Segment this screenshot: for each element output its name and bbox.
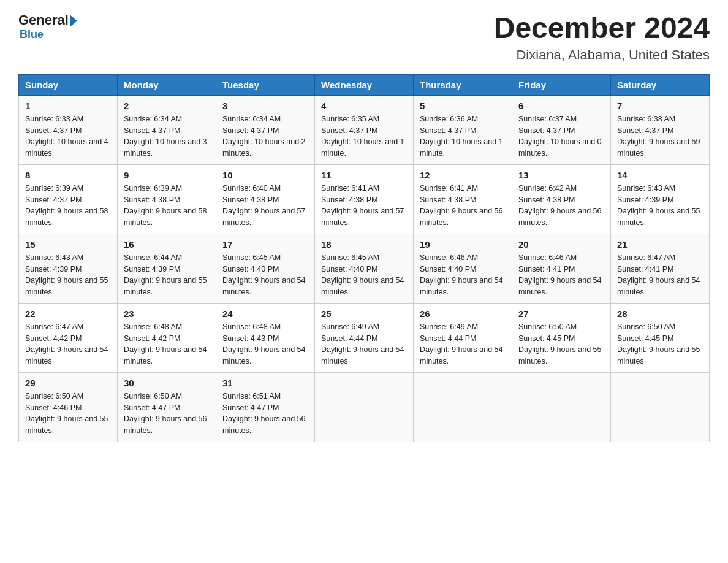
day-cell: 12Sunrise: 6:41 AMSunset: 4:38 PMDayligh… [414, 164, 512, 234]
day-number: 22 [25, 308, 111, 319]
day-number: 1 [25, 101, 111, 111]
day-number: 25 [321, 308, 407, 319]
day-number: 31 [222, 378, 308, 388]
day-cell: 11Sunrise: 6:41 AMSunset: 4:38 PMDayligh… [315, 164, 414, 234]
day-info: Sunrise: 6:36 AMSunset: 4:37 PMDaylight:… [420, 113, 506, 159]
day-cell: 6Sunrise: 6:37 AMSunset: 4:37 PMDaylight… [512, 95, 611, 164]
day-number: 7 [617, 101, 703, 111]
day-info: Sunrise: 6:44 AMSunset: 4:39 PMDaylight:… [124, 252, 210, 298]
calendar-body: 1Sunrise: 6:33 AMSunset: 4:37 PMDaylight… [19, 95, 710, 442]
day-cell: 18Sunrise: 6:45 AMSunset: 4:40 PMDayligh… [315, 234, 414, 303]
day-info: Sunrise: 6:50 AMSunset: 4:46 PMDaylight:… [25, 391, 111, 437]
day-info: Sunrise: 6:38 AMSunset: 4:37 PMDaylight:… [617, 113, 703, 159]
day-info: Sunrise: 6:37 AMSunset: 4:37 PMDaylight:… [518, 113, 604, 159]
day-info: Sunrise: 6:45 AMSunset: 4:40 PMDaylight:… [321, 252, 407, 298]
day-number: 15 [25, 239, 111, 250]
day-info: Sunrise: 6:50 AMSunset: 4:45 PMDaylight:… [617, 321, 703, 367]
day-number: 3 [222, 101, 308, 111]
day-info: Sunrise: 6:40 AMSunset: 4:38 PMDaylight:… [222, 183, 308, 229]
day-cell: 7Sunrise: 6:38 AMSunset: 4:37 PMDaylight… [611, 95, 710, 164]
day-info: Sunrise: 6:49 AMSunset: 4:44 PMDaylight:… [420, 321, 506, 367]
day-header-tuesday: Tuesday [216, 74, 315, 95]
day-cell: 27Sunrise: 6:50 AMSunset: 4:45 PMDayligh… [512, 303, 611, 372]
day-number: 21 [617, 239, 703, 250]
day-info: Sunrise: 6:46 AMSunset: 4:40 PMDaylight:… [420, 252, 506, 298]
day-number: 24 [222, 308, 308, 319]
day-cell: 16Sunrise: 6:44 AMSunset: 4:39 PMDayligh… [118, 234, 216, 303]
week-row-2: 8Sunrise: 6:39 AMSunset: 4:37 PMDaylight… [19, 164, 710, 234]
day-number: 6 [518, 101, 604, 111]
day-number: 27 [518, 308, 604, 319]
day-header-sunday: Sunday [19, 74, 118, 95]
day-info: Sunrise: 6:34 AMSunset: 4:37 PMDaylight:… [124, 113, 210, 159]
day-info: Sunrise: 6:41 AMSunset: 4:38 PMDaylight:… [420, 183, 506, 229]
day-number: 13 [518, 170, 604, 180]
day-header-saturday: Saturday [611, 74, 710, 95]
page-header: General Blue December 2024 Dixiana, Alab… [18, 12, 710, 63]
day-cell [611, 372, 710, 442]
day-number: 19 [420, 239, 506, 250]
day-cell: 28Sunrise: 6:50 AMSunset: 4:45 PMDayligh… [611, 303, 710, 372]
day-info: Sunrise: 6:45 AMSunset: 4:40 PMDaylight:… [222, 252, 308, 298]
day-cell: 31Sunrise: 6:51 AMSunset: 4:47 PMDayligh… [216, 372, 315, 442]
day-cell: 3Sunrise: 6:34 AMSunset: 4:37 PMDaylight… [216, 95, 315, 164]
day-number: 11 [321, 170, 407, 180]
logo: General [18, 12, 80, 28]
day-info: Sunrise: 6:48 AMSunset: 4:42 PMDaylight:… [124, 321, 210, 367]
day-header-friday: Friday [512, 74, 611, 95]
day-cell: 10Sunrise: 6:40 AMSunset: 4:38 PMDayligh… [216, 164, 315, 234]
day-cell: 26Sunrise: 6:49 AMSunset: 4:44 PMDayligh… [414, 303, 512, 372]
day-header-wednesday: Wednesday [315, 74, 414, 95]
day-cell: 29Sunrise: 6:50 AMSunset: 4:46 PMDayligh… [19, 372, 118, 442]
day-cell: 24Sunrise: 6:48 AMSunset: 4:43 PMDayligh… [216, 303, 315, 372]
day-number: 10 [222, 170, 308, 180]
day-info: Sunrise: 6:39 AMSunset: 4:37 PMDaylight:… [25, 183, 111, 229]
day-number: 16 [124, 239, 210, 250]
logo-general-text: General [18, 12, 69, 28]
day-number: 5 [420, 101, 506, 111]
day-info: Sunrise: 6:41 AMSunset: 4:38 PMDaylight:… [321, 183, 407, 229]
day-info: Sunrise: 6:47 AMSunset: 4:42 PMDaylight:… [25, 321, 111, 367]
day-cell: 15Sunrise: 6:43 AMSunset: 4:39 PMDayligh… [19, 234, 118, 303]
day-info: Sunrise: 6:46 AMSunset: 4:41 PMDaylight:… [518, 252, 604, 298]
week-row-4: 22Sunrise: 6:47 AMSunset: 4:42 PMDayligh… [19, 303, 710, 372]
day-info: Sunrise: 6:50 AMSunset: 4:45 PMDaylight:… [518, 321, 604, 367]
day-number: 17 [222, 239, 308, 250]
logo-area: General Blue [18, 12, 80, 41]
day-number: 30 [124, 378, 210, 388]
day-header-monday: Monday [118, 74, 216, 95]
week-row-5: 29Sunrise: 6:50 AMSunset: 4:46 PMDayligh… [19, 372, 710, 442]
day-cell: 30Sunrise: 6:50 AMSunset: 4:47 PMDayligh… [118, 372, 216, 442]
title-area: December 2024 Dixiana, Alabama, United S… [494, 12, 710, 63]
logo-arrow-icon [70, 15, 77, 27]
days-header-row: SundayMondayTuesdayWednesdayThursdayFrid… [19, 74, 710, 95]
day-number: 20 [518, 239, 604, 250]
calendar-table: SundayMondayTuesdayWednesdayThursdayFrid… [18, 74, 710, 442]
day-number: 4 [321, 101, 407, 111]
day-cell: 17Sunrise: 6:45 AMSunset: 4:40 PMDayligh… [216, 234, 315, 303]
day-cell: 14Sunrise: 6:43 AMSunset: 4:39 PMDayligh… [611, 164, 710, 234]
day-number: 23 [124, 308, 210, 319]
day-cell: 25Sunrise: 6:49 AMSunset: 4:44 PMDayligh… [315, 303, 414, 372]
day-info: Sunrise: 6:47 AMSunset: 4:41 PMDaylight:… [617, 252, 703, 298]
day-info: Sunrise: 6:34 AMSunset: 4:37 PMDaylight:… [222, 113, 308, 159]
day-header-thursday: Thursday [414, 74, 512, 95]
week-row-3: 15Sunrise: 6:43 AMSunset: 4:39 PMDayligh… [19, 234, 710, 303]
day-info: Sunrise: 6:42 AMSunset: 4:38 PMDaylight:… [518, 183, 604, 229]
logo-blue-text: Blue [20, 28, 44, 41]
day-info: Sunrise: 6:50 AMSunset: 4:47 PMDaylight:… [124, 391, 210, 437]
day-cell: 22Sunrise: 6:47 AMSunset: 4:42 PMDayligh… [19, 303, 118, 372]
day-cell: 21Sunrise: 6:47 AMSunset: 4:41 PMDayligh… [611, 234, 710, 303]
day-info: Sunrise: 6:43 AMSunset: 4:39 PMDaylight:… [25, 252, 111, 298]
day-info: Sunrise: 6:33 AMSunset: 4:37 PMDaylight:… [25, 113, 111, 159]
day-info: Sunrise: 6:35 AMSunset: 4:37 PMDaylight:… [321, 113, 407, 159]
day-info: Sunrise: 6:43 AMSunset: 4:39 PMDaylight:… [617, 183, 703, 229]
day-number: 26 [420, 308, 506, 319]
day-cell: 1Sunrise: 6:33 AMSunset: 4:37 PMDaylight… [19, 95, 118, 164]
day-number: 29 [25, 378, 111, 388]
day-info: Sunrise: 6:49 AMSunset: 4:44 PMDaylight:… [321, 321, 407, 367]
day-cell [414, 372, 512, 442]
day-cell: 4Sunrise: 6:35 AMSunset: 4:37 PMDaylight… [315, 95, 414, 164]
day-cell: 20Sunrise: 6:46 AMSunset: 4:41 PMDayligh… [512, 234, 611, 303]
day-number: 28 [617, 308, 703, 319]
